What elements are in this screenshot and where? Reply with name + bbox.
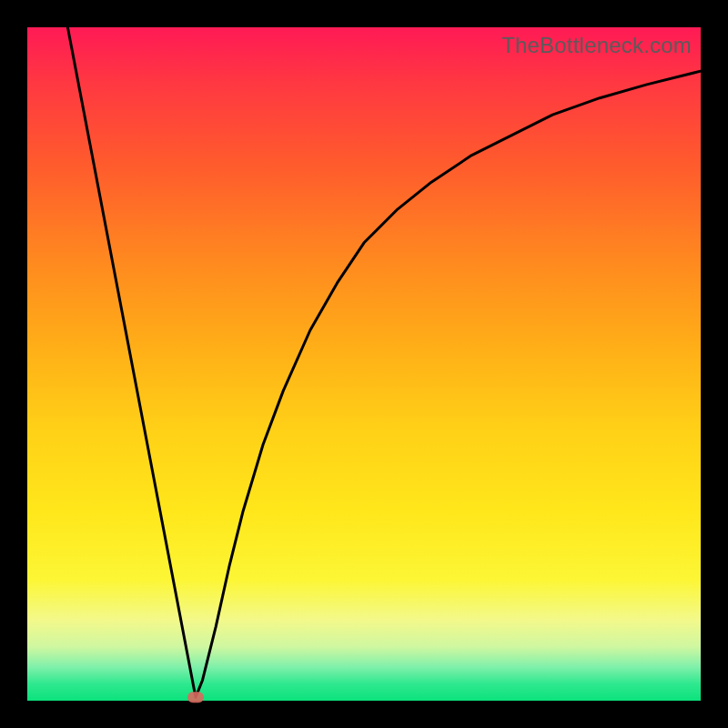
plot-area: TheBottleneck.com (27, 27, 701, 701)
chart-svg (27, 27, 701, 701)
minimum-marker (187, 692, 204, 703)
chart-frame: TheBottleneck.com (0, 0, 728, 728)
curve-path (67, 27, 701, 697)
